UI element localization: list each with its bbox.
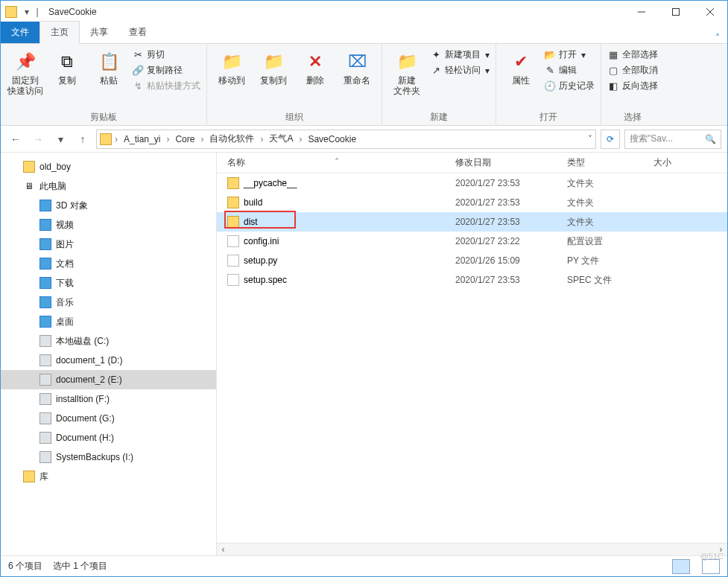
tab-home[interactable]: 主页 <box>39 21 80 44</box>
paste-shortcut-button[interactable]: ↯粘贴快捷方式 <box>132 80 200 92</box>
edit-button[interactable]: ✎编辑 <box>544 64 595 77</box>
tab-share[interactable]: 共享 <box>80 22 118 43</box>
file-row[interactable]: dist2020/1/27 23:53文件夹 <box>217 212 727 232</box>
nav-tree[interactable]: old_boy🖥此电脑3D 对象视频图片文档下载音乐桌面本地磁盘 (C:)doc… <box>1 153 217 555</box>
tree-item[interactable]: 视频 <box>1 215 216 235</box>
qat-separator: | <box>32 7 42 17</box>
cut-button[interactable]: ✂剪切 <box>132 48 200 61</box>
select-none-button[interactable]: ▢全部取消 <box>607 64 658 77</box>
crumb-2[interactable]: 自动化软件 <box>206 131 257 147</box>
tree-item[interactable]: 下载 <box>1 273 216 293</box>
folder-icon <box>23 161 35 173</box>
new-folder-button[interactable]: 📁新建 文件夹 <box>388 47 425 96</box>
copy-path-button[interactable]: 🔗复制路径 <box>132 64 200 77</box>
tree-item-label: 3D 对象 <box>56 200 88 212</box>
crumb-3[interactable]: 天气A <box>266 131 296 147</box>
tree-item[interactable]: 音乐 <box>1 293 216 312</box>
crumb-4[interactable]: SaveCookie <box>305 133 359 146</box>
pin-quickaccess-button[interactable]: 📌固定到 快速访问 <box>7 47 44 96</box>
move-to-button[interactable]: 📁移动到 <box>213 47 250 86</box>
file-date: 2020/1/27 23:53 <box>455 197 567 208</box>
paste-button[interactable]: 📋粘贴 <box>90 47 127 86</box>
window-title: SaveCookie <box>48 7 97 17</box>
file-type: 文件夹 <box>567 177 649 190</box>
newitem-icon: ✦ <box>430 49 442 61</box>
pc-icon: 🖥 <box>23 180 35 192</box>
tree-item[interactable]: 桌面 <box>1 312 216 331</box>
up-button[interactable]: ↑ <box>74 130 92 148</box>
file-type: PY 文件 <box>567 255 649 267</box>
file-row[interactable]: build2020/1/27 23:53文件夹 <box>217 193 727 212</box>
tree-item-label: 桌面 <box>56 316 74 328</box>
drive-icon <box>39 393 51 405</box>
back-button[interactable]: ← <box>7 130 25 148</box>
file-date: 2020/1/27 23:53 <box>455 275 567 285</box>
selectall-icon: ▦ <box>607 49 619 61</box>
file-list[interactable]: __pycache__2020/1/27 23:53文件夹build2020/1… <box>217 173 727 543</box>
tree-item[interactable]: 文档 <box>1 254 216 273</box>
history-button[interactable]: 🕘历史记录 <box>544 80 595 92</box>
tree-item[interactable]: 库 <box>1 467 216 486</box>
recent-dropdown[interactable]: ▾ <box>51 130 69 148</box>
file-name: dist <box>244 217 258 227</box>
obj-icon <box>39 316 51 328</box>
new-item-button[interactable]: ✦新建项目▾ <box>430 48 490 61</box>
easy-access-button[interactable]: ↗轻松访问▾ <box>430 64 490 77</box>
tab-file[interactable]: 文件 <box>1 22 39 43</box>
file-type: SPEC 文件 <box>567 274 649 287</box>
invert-selection-button[interactable]: ◧反向选择 <box>607 80 658 92</box>
minimize-button[interactable] <box>624 1 659 23</box>
addr-folder-icon <box>100 133 112 145</box>
h-scrollbar[interactable]: ‹ › <box>217 543 727 555</box>
content-area: old_boy🖥此电脑3D 对象视频图片文档下载音乐桌面本地磁盘 (C:)doc… <box>1 153 727 555</box>
tree-item[interactable]: old_boy <box>1 157 216 176</box>
tree-item-label: Document (G:) <box>56 413 115 424</box>
address-bar[interactable]: › A_tian_yi› Core› 自动化软件› 天气A› SaveCooki… <box>96 130 596 149</box>
tree-item[interactable]: 3D 对象 <box>1 196 216 215</box>
scroll-left[interactable]: ‹ <box>217 544 230 555</box>
tree-item[interactable]: Document (G:) <box>1 409 216 428</box>
forward-button[interactable]: → <box>29 130 47 148</box>
delete-button[interactable]: ✕删除 <box>297 47 334 86</box>
col-name[interactable]: 名称˄ <box>217 156 455 169</box>
view-large-button[interactable] <box>702 559 720 574</box>
file-row[interactable]: config.ini2020/1/27 23:22配置设置 <box>217 232 727 251</box>
copy-button[interactable]: ⧉复制 <box>48 47 86 86</box>
tree-item-label: 此电脑 <box>39 180 66 193</box>
refresh-button[interactable]: ⟳ <box>601 130 620 149</box>
tree-item[interactable]: 🖥此电脑 <box>1 176 216 196</box>
select-all-button[interactable]: ▦全部选择 <box>607 48 658 61</box>
tree-item[interactable]: Document (H:) <box>1 428 216 447</box>
file-row[interactable]: setup.py2020/1/26 15:09PY 文件 <box>217 251 727 270</box>
group-open-label: 打开 <box>502 109 595 124</box>
tree-item[interactable]: 图片 <box>1 235 216 254</box>
rename-button[interactable]: ⌧重命名 <box>338 47 376 86</box>
properties-button[interactable]: ✔属性 <box>502 47 539 86</box>
col-type[interactable]: 类型 <box>567 156 649 169</box>
crumb-1[interactable]: Core <box>172 133 197 146</box>
search-box[interactable]: 搜索"Sav... 🔍 <box>624 130 721 149</box>
file-row[interactable]: setup.spec2020/1/27 23:53SPEC 文件 <box>217 270 727 290</box>
tab-view[interactable]: 查看 <box>118 22 157 43</box>
tree-item[interactable]: 本地磁盘 (C:) <box>1 331 216 351</box>
tree-item[interactable]: document_2 (E:) <box>1 370 216 389</box>
addr-dropdown[interactable]: ˅ <box>588 134 592 144</box>
view-details-button[interactable] <box>672 559 690 574</box>
maximize-button[interactable] <box>659 1 693 23</box>
ribbon-collapse-button[interactable]: ˄ <box>708 33 727 43</box>
tree-item[interactable]: document_1 (D:) <box>1 351 216 370</box>
col-date[interactable]: 修改日期 <box>455 156 567 169</box>
close-button[interactable] <box>693 1 727 23</box>
copy-to-button[interactable]: 📁复制到 <box>255 47 292 86</box>
paste-icon: 📋 <box>97 50 121 74</box>
tree-item[interactable]: SystemBackups (I:) <box>1 447 216 467</box>
tree-item-label: 音乐 <box>56 296 74 309</box>
crumb-0[interactable]: A_tian_yi <box>121 133 163 146</box>
nav-bar: ← → ▾ ↑ › A_tian_yi› Core› 自动化软件› 天气A› S… <box>1 126 727 153</box>
col-size[interactable]: 大小 <box>649 156 727 169</box>
open-button[interactable]: 📂打开▾ <box>544 48 595 61</box>
edit-icon: ✎ <box>544 65 556 77</box>
qat-dropdown[interactable]: ▾ <box>22 7 32 17</box>
file-row[interactable]: __pycache__2020/1/27 23:53文件夹 <box>217 173 727 193</box>
tree-item[interactable]: installtion (F:) <box>1 389 216 409</box>
